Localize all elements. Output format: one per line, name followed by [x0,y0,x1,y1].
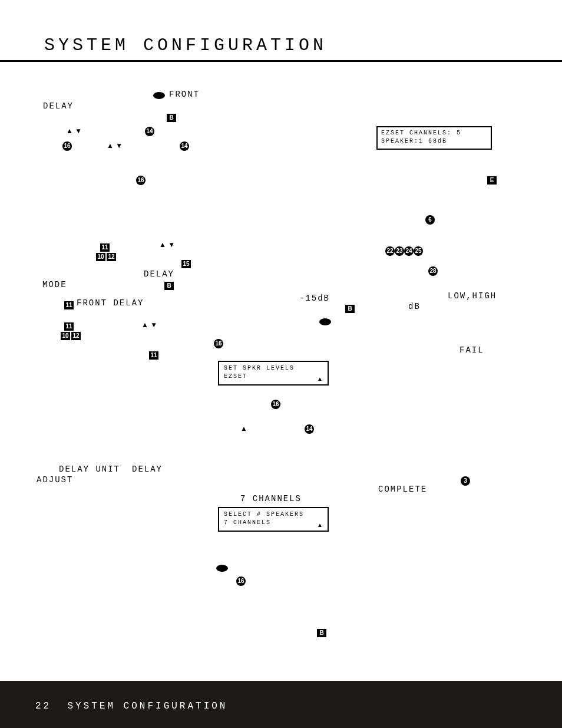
badge-6-icon: 6 [425,214,435,225]
badge-14-icon: 14 [145,126,154,136]
label-minus15db: -15dB [299,294,330,303]
badge-3-icon: 3 [461,475,470,486]
badge-16-icon: 16 [236,575,246,586]
badge-25-icon: 25 [414,245,423,256]
ezset-channels-box: EZSET CHANNELS: 5 SPEAKER:1 68dB [376,126,492,150]
badge-15-icon: 15 [181,258,191,269]
badge-16-icon: 16 [271,398,280,409]
badge-b-icon: B [167,112,176,123]
badge-e-icon: E [487,174,497,185]
badge-28-icon: 28 [428,265,438,276]
label-adjust: ADJUST [37,475,73,485]
badge-10-icon: 10 [96,251,105,262]
badge-14-icon: 14 [305,423,314,434]
badge-b-icon: B [164,280,174,291]
footer-section: SYSTEM CONFIGURATION [67,701,227,711]
page-footer: 22 SYSTEM CONFIGURATION [0,681,562,728]
up-arrow-icon: ▲ [317,522,323,528]
up-down-arrows-icon: ▲ ▼ [141,321,157,329]
label-front-delay: FRONT DELAY [77,298,144,308]
label-delay-2: DELAY [144,269,174,279]
bullet-icon [153,92,165,99]
up-down-arrows-icon: ▲ ▼ [159,241,175,249]
box1-line2: EZSET [224,373,323,381]
badge-14-icon: 14 [180,140,189,151]
badge-24-icon: 24 [404,245,414,256]
bullet-icon [319,318,331,325]
box1-line1: SET SPKR LEVELS [224,364,323,373]
badge-11-icon: 11 [149,350,158,360]
box2-line1: SELECT # SPEAKERS [224,510,323,519]
bullet-icon [216,565,228,572]
badge-16-icon: 16 [136,174,146,185]
label-delay-1: DELAY [43,101,74,111]
badge-16-icon: 16 [214,338,223,348]
badge-12-icon: 12 [107,251,116,262]
label-delay-unit: DELAY UNIT [59,465,120,474]
up-down-arrows-icon: ▲ ▼ [66,127,82,135]
badge-10-icon: 10 [61,330,70,341]
up-arrow-icon: ▲ [317,375,323,382]
label-delay-3: DELAY [132,465,163,474]
badge-b-icon: B [317,627,326,638]
box3-line2: SPEAKER:1 68dB [381,137,487,146]
badge-22-icon: 22 [385,245,395,256]
label-db: dB [408,302,421,311]
up-down-arrows-icon: ▲ ▼ [107,141,123,150]
label-7-channels: 7 CHANNELS [240,494,302,503]
label-front: FRONT [169,90,200,99]
box3-line1: EZSET CHANNELS: 5 [381,129,487,137]
page-number: 22 [35,701,51,711]
label-low-high: LOW,HIGH [448,291,497,301]
badge-23-icon: 23 [395,245,404,256]
horizontal-rule [0,60,562,62]
footer-text: 22 SYSTEM CONFIGURATION [35,701,227,711]
page-title: SYSTEM CONFIGURATION [44,35,327,55]
set-spkr-levels-box: SET SPKR LEVELS EZSET ▲ [218,361,329,386]
page: SYSTEM CONFIGURATION FRONT DELAY B ▲ ▼ 1… [0,0,562,728]
select-speakers-box: SELECT # SPEAKERS 7 CHANNELS ▲ [218,507,329,532]
up-arrow-icon: ▲ [240,424,247,433]
badge-11-icon: 11 [64,299,74,310]
badge-b-icon: B [345,303,355,314]
label-fail: FAIL [459,345,484,355]
badge-16-icon: 16 [62,140,72,151]
box2-line2: 7 CHANNELS [224,519,323,527]
badge-12-icon: 12 [71,330,81,341]
label-complete: COMPLETE [378,485,427,494]
label-mode: MODE [42,280,67,289]
